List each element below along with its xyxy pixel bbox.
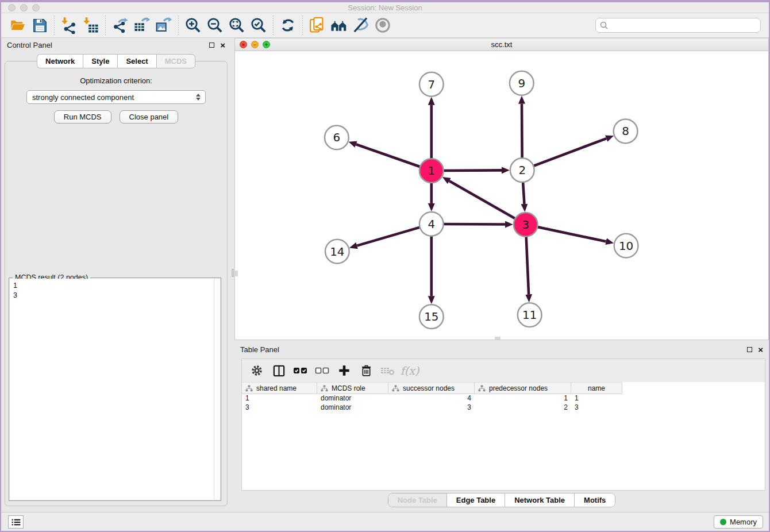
zoom-in-icon[interactable] [182,15,204,36]
result-scrollbar[interactable] [214,279,220,500]
table-panel-title: Table Panel [240,345,747,354]
edge-1-2[interactable] [444,170,502,171]
table-cell[interactable]: 3 [388,403,475,413]
table-toolbar: f(x) [242,359,765,382]
open-folder-icon[interactable] [7,15,29,36]
memory-button[interactable]: Memory [714,515,763,529]
column-header-predecessor-nodes[interactable]: predecessor nodes [475,382,571,394]
table-row[interactable]: 1dominator411 [242,394,765,403]
float-panel-icon[interactable] [209,43,214,48]
criterion-select[interactable]: strongly connected component [26,90,206,104]
scrollbar-nub[interactable] [235,271,238,276]
splitter-handle[interactable] [232,269,234,277]
import-table-icon[interactable] [80,15,102,36]
table-rows: 1dominator4113dominator323 [242,394,765,413]
table-row[interactable]: 3dominator323 [242,403,765,413]
zoom-out-icon[interactable] [204,15,226,36]
toolbar-separator [105,16,106,35]
export-image-icon[interactable] [153,15,175,36]
hide-graphics-icon[interactable] [350,15,372,36]
result-line: 3 [13,291,217,300]
close-table-panel-icon[interactable]: × [758,347,763,352]
network-window-title: scc.txt [235,40,768,49]
edge-4-14[interactable] [357,228,420,246]
optimization-label: Optimization criterion: [5,76,227,85]
control-panel-tabs: NetworkStyleSelectMCDS [1,54,231,68]
export-network-icon[interactable] [109,15,131,36]
table-cell[interactable]: 3 [242,403,317,413]
tab-mcds[interactable]: MCDS [156,54,195,68]
tab-network[interactable]: Network [37,54,83,68]
edge-2-8[interactable] [533,138,606,166]
run-mcds-button[interactable]: Run MCDS [54,110,111,124]
network-window-titlebar[interactable]: × − + scc.txt [235,38,768,51]
scrollbar-nub[interactable] [495,337,500,340]
table-cell[interactable]: 1 [475,394,571,403]
status-bar: Memory [1,512,769,531]
save-icon[interactable] [29,15,51,36]
add-icon[interactable] [336,363,352,379]
table-cell[interactable]: 1 [242,394,317,403]
search-input[interactable] [609,21,757,30]
column-header-successor-nodes[interactable]: successor nodes [388,382,475,394]
toolbar-separator [302,16,303,35]
houses-icon[interactable] [328,15,350,36]
search-box[interactable] [595,18,761,33]
edge-2-3[interactable] [523,182,524,204]
tab-edge-table[interactable]: Edge Table [447,494,505,507]
main-toolbar [1,13,769,38]
select-all-icon[interactable] [292,363,309,379]
deselect-all-icon[interactable] [314,363,330,379]
close-panel-icon[interactable]: × [220,43,225,48]
control-panel-title: Control Panel [7,41,209,49]
column-header-MCDS-role[interactable]: MCDS role [317,382,388,394]
edge-3-11[interactable] [526,237,529,295]
tab-style[interactable]: Style [83,54,117,68]
node-label-8: 8 [622,125,629,138]
fx-icon[interactable]: f(x) [402,363,418,379]
tab-network-table[interactable]: Network Table [505,494,575,507]
columns-icon[interactable] [271,363,287,379]
edge-2-9[interactable] [522,104,522,159]
network-canvas[interactable]: 7968124314101511 [235,51,768,340]
table-cell[interactable]: dominator [317,403,388,413]
task-history-button[interactable] [8,515,24,529]
window-title: Session: New Session [1,3,769,12]
edge-4-3[interactable] [444,224,505,225]
search-icon [599,21,609,30]
network-graph[interactable]: 7968124314101511 [235,51,768,340]
delete-table-icon[interactable] [380,363,396,379]
table-cell[interactable]: 3 [571,403,622,413]
mcds-result-text[interactable]: 13 [10,279,220,500]
float-table-panel-icon[interactable] [747,347,752,352]
clone-network-icon[interactable] [306,15,328,36]
table-cell[interactable]: 1 [571,394,622,403]
result-line: 1 [13,281,217,291]
node-label-6: 6 [333,131,341,144]
node-label-4: 4 [428,218,435,231]
node-label-2: 2 [518,164,526,177]
close-panel-button[interactable]: Close panel [120,110,179,124]
table-cell[interactable]: 2 [475,403,571,413]
column-header-shared-name[interactable]: shared name [242,382,317,394]
gear-icon[interactable] [249,363,265,379]
trash-icon[interactable] [358,363,374,379]
refresh-layout-icon[interactable] [277,15,299,36]
edge-3-1[interactable] [449,181,515,219]
table-tabs: Node TableEdge TableNetwork TableMotifs [234,493,769,507]
edge-3-10[interactable] [537,227,606,241]
table-cell[interactable]: dominator [317,394,388,403]
eye-icon[interactable] [372,15,394,36]
node-label-3: 3 [522,218,529,232]
table-cell[interactable]: 4 [388,394,475,403]
zoom-selected-icon[interactable] [248,15,270,36]
tab-motifs[interactable]: Motifs [575,494,615,507]
column-header-name[interactable]: name [571,382,622,394]
edge-1-6[interactable] [356,144,420,167]
zoom-fit-icon[interactable] [226,15,248,36]
node-label-7: 7 [428,78,435,91]
export-table-icon[interactable] [131,15,153,36]
tab-select[interactable]: Select [117,54,156,68]
import-network-icon[interactable] [58,15,80,36]
tab-node-table[interactable]: Node Table [388,494,447,507]
